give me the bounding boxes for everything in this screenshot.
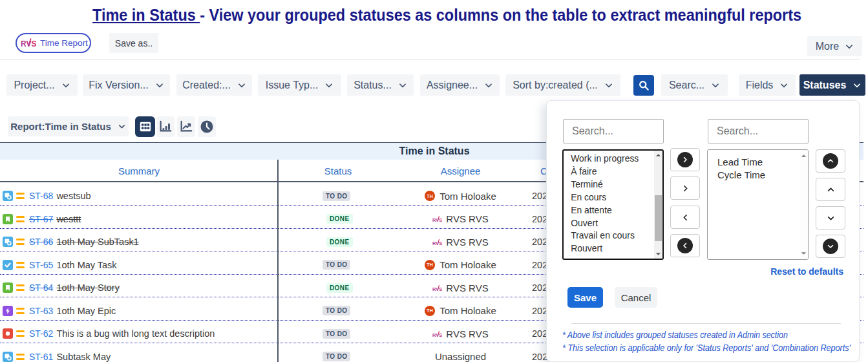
- svg-text:RVS: RVS: [432, 286, 442, 292]
- svg-text:RVS: RVS: [432, 217, 442, 223]
- svg-text:RVS: RVS: [432, 240, 442, 246]
- svg-text:RVS: RVS: [432, 332, 442, 337]
- svg-text:RVS: RVS: [21, 39, 36, 48]
